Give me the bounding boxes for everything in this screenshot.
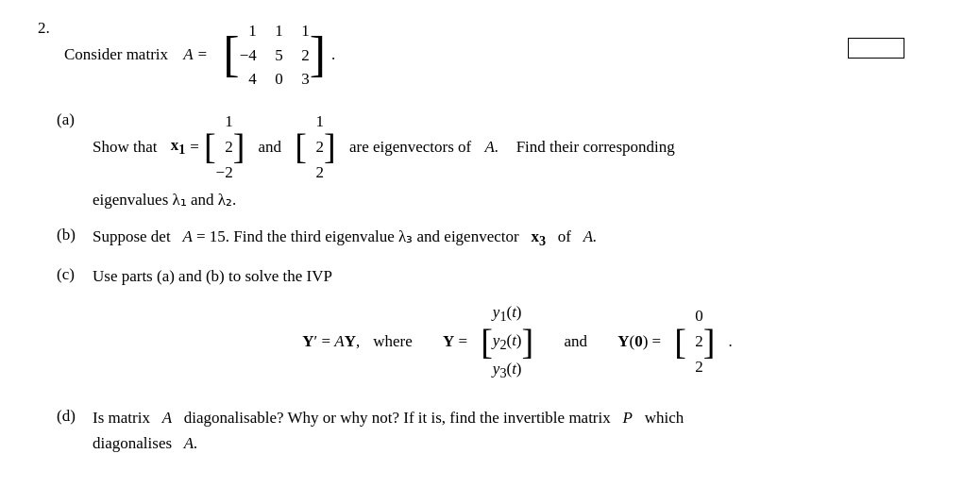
bracket-right-x2: ] <box>324 128 336 164</box>
x2-r3: 2 <box>307 160 324 185</box>
bracket-left-Y0: [ <box>674 324 686 360</box>
use-parts-text: Use parts (a) and (b) to solve the IVP <box>93 267 332 285</box>
A-ref-b: A. <box>583 227 598 245</box>
A-r2c3: 2 <box>293 43 310 68</box>
part-a-main-line: Show that x1 = [ 1 2 −2 ] and <box>93 109 942 186</box>
part-c-content: Use parts (a) and (b) to solve the IVP Y… <box>93 263 942 393</box>
A-r1c1: 1 <box>240 19 257 43</box>
matrix-a-label: A = <box>183 45 208 64</box>
eigenvalues-text: eigenvalues λ₁ and λ₂. <box>93 191 236 209</box>
ivp-period: . <box>729 328 733 354</box>
bracket-right-Y0: ] <box>703 324 716 360</box>
part-a: (a) Show that x1 = [ 1 2 −2 ] a <box>38 109 942 213</box>
x2-r1: 1 <box>307 109 324 134</box>
is-matrix-text: Is matrix <box>93 409 150 427</box>
A-ref-d2: A. <box>184 434 198 452</box>
x1-r1: 1 <box>216 109 233 134</box>
A-r1c3: 1 <box>293 19 310 43</box>
A-ref-a: A. <box>485 134 499 160</box>
bracket-left-x1: [ <box>204 128 216 164</box>
ivp-equation: Y′ = AY, where Y = [ y1(t) y2(t) y3(t) ]… <box>93 299 942 384</box>
part-c: (c) Use parts (a) and (b) to solve the I… <box>38 263 942 393</box>
A-r3c1: 4 <box>240 67 257 92</box>
eq15-text: = 15. Find the third eigenvalue λ₃ and e… <box>196 227 519 245</box>
Y0-r2: 2 <box>686 328 703 354</box>
bracket-left-Y: [ <box>481 324 493 360</box>
problem-wrapper: 2. Consider matrix A = [ 1 1 1 −4 5 2 4 <box>38 19 942 456</box>
eigenvalue-line: eigenvalues λ₁ and λ₂. <box>93 187 942 212</box>
diagonalises-text: diagonalises <box>93 434 172 452</box>
vec-Y: [ y1(t) y2(t) y3(t) ] <box>481 299 533 384</box>
of-text-b: of <box>558 227 571 245</box>
det-A-b: A <box>182 227 192 245</box>
part-c-label: (c) <box>57 263 93 284</box>
part-b: (b) Suppose det A = 15. Find the third e… <box>38 224 942 252</box>
x1-r2: 2 <box>216 134 233 160</box>
A-r1c2: 1 <box>266 19 283 43</box>
part-b-label: (b) <box>57 224 93 244</box>
P-ref-d: P <box>623 409 633 427</box>
part-d-label: (d) <box>57 405 93 426</box>
Y-r1: y1(t) <box>493 299 522 328</box>
bracket-right-A: ] <box>310 30 326 79</box>
A-r3c3: 3 <box>293 67 310 92</box>
top-right-box <box>848 38 904 59</box>
A-r2c2: 5 <box>266 43 283 68</box>
part-d: (d) Is matrix A diagonalisable? Why or w… <box>38 405 942 456</box>
matrix-A-cells: 1 1 1 −4 5 2 4 0 3 <box>240 19 310 92</box>
Y-r3: y3(t) <box>493 356 522 384</box>
equation-left: Y′ = AY, <box>302 328 360 354</box>
A-ref-d: A <box>162 409 172 427</box>
and-text-a: and <box>259 134 282 160</box>
find-text: Find their corresponding <box>516 134 675 160</box>
where-label: where <box>373 328 413 354</box>
vec-x2-cells: 1 2 2 <box>307 109 324 186</box>
x3-label: x3 <box>531 227 546 245</box>
vec-Y0: [ 0 2 2 ] <box>674 303 715 380</box>
part-a-content: Show that x1 = [ 1 2 −2 ] and <box>93 109 942 213</box>
part-c-text: Use parts (a) and (b) to solve the IVP <box>93 263 942 289</box>
vec-Y-cells: y1(t) y2(t) y3(t) <box>493 299 522 384</box>
Y-r2: y2(t) <box>493 328 522 356</box>
consider-text: Consider matrix <box>64 45 168 64</box>
bracket-left-x2: [ <box>295 128 307 164</box>
A-r2c1: −4 <box>240 43 257 68</box>
Y-label: Y = <box>443 328 467 354</box>
part-a-label: (a) <box>57 109 93 129</box>
show-that-text: Show that <box>93 134 157 160</box>
part-d-content: Is matrix A diagonalisable? Why or why n… <box>93 405 942 456</box>
Y0-r3: 2 <box>686 354 703 379</box>
vec-Y0-cells: 0 2 2 <box>686 303 703 380</box>
Y0-r1: 0 <box>686 303 703 328</box>
and-label-c: and <box>564 328 587 354</box>
problem-number-label: 2. <box>38 19 64 38</box>
problem-intro-text: Consider matrix A = [ 1 1 1 −4 5 2 4 0 3 <box>64 19 335 92</box>
are-eigenvectors-text: are eigenvectors of <box>349 134 471 160</box>
bracket-right-Y: ] <box>522 324 534 360</box>
part-b-content: Suppose det A = 15. Find the third eigen… <box>93 224 942 252</box>
suppose-text: Suppose det <box>93 227 171 245</box>
problem-2-header: 2. Consider matrix A = [ 1 1 1 −4 5 2 4 <box>38 19 942 92</box>
which-text: which <box>645 409 684 427</box>
Y0-label: Y(0) = <box>617 328 661 354</box>
vec-x1: [ 1 2 −2 ] <box>204 109 245 186</box>
A-r3c2: 0 <box>266 67 283 92</box>
vec-x1-cells: 1 2 −2 <box>216 109 233 186</box>
vec-x2: [ 1 2 2 ] <box>295 109 335 186</box>
bracket-left-A: [ <box>223 30 239 79</box>
x1-label: x1 <box>171 132 186 160</box>
x1-r3: −2 <box>216 160 233 185</box>
diagonalisable-text: diagonalisable? Why or why not? If it is… <box>184 409 611 427</box>
A-period: . <box>331 45 335 64</box>
x2-r2: 2 <box>307 134 324 160</box>
bracket-right-x1: ] <box>233 128 245 164</box>
matrix-A: [ 1 1 1 −4 5 2 4 0 3 ] <box>223 19 326 92</box>
